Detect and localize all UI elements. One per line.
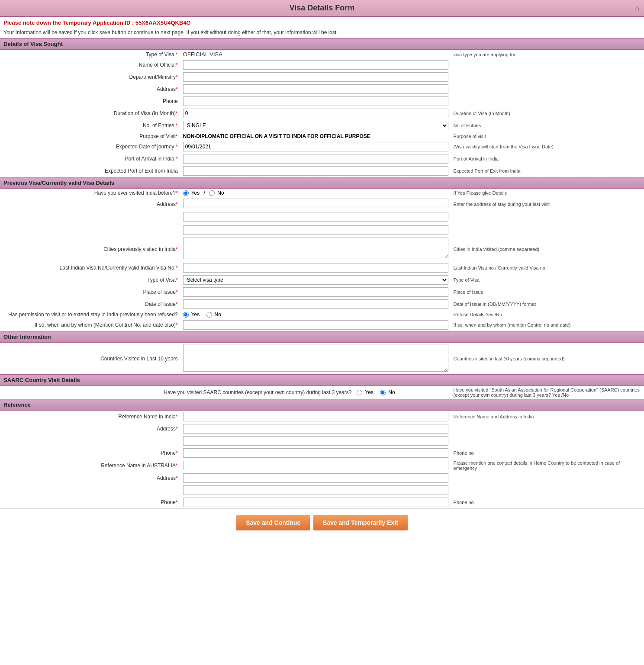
table-row: No. of Entries * SINGLE MULTIPLE TRIPLE … (0, 119, 644, 132)
ref-address-australia-label: Address* (0, 472, 180, 484)
ref-name-india-input[interactable] (183, 412, 448, 421)
date-of-issue-label: Date of Issue* (0, 298, 180, 310)
table-row: Have you ever visited India before?* Yes… (0, 189, 644, 197)
prev-address-label: Address* (0, 197, 180, 211)
ref-name-australia-input[interactable] (183, 461, 448, 470)
ref-name-australia-help: Please mention one contact details in Ho… (451, 459, 644, 472)
section-visa-details: Details of Visa Sought (0, 38, 644, 50)
date-of-issue-help: Date of Issue in (DD/MM/YYYY) format (451, 298, 644, 310)
cities-visited-help: Cities in India visited (comma separated… (451, 236, 644, 262)
table-row: Phone* Phone no (0, 447, 644, 459)
prev-type-visa-select[interactable]: Select visa type Tourist Business Offici… (183, 275, 448, 285)
ref-phone-india-help: Phone no (451, 447, 644, 459)
prev-address-input-1[interactable] (183, 199, 448, 208)
table-row: Address* (0, 472, 644, 484)
ref-name-india-help: Reference Name and Address in India (451, 411, 644, 423)
table-row: Expected Port of Exit from India Expecte… (0, 165, 644, 177)
prev-address-help: Enter the address of stay during your la… (451, 197, 644, 211)
countries-visited-label: Countries Visited in Last 10 years (0, 343, 180, 374)
permission-refused-label: Has permission to visit or to extend sta… (0, 310, 180, 319)
table-row: Countries Visited in Last 10 years Count… (0, 343, 644, 374)
table-row: Purpose of Visit* NON-DIPLOMATIC OFFICIA… (0, 132, 644, 141)
saarc-visited-label: Have you visited SAARC countries (except… (0, 386, 354, 399)
purpose-label: Purpose of Visit* (0, 132, 180, 141)
saarc-yes-radio[interactable] (357, 390, 362, 395)
section-reference: Reference (0, 399, 644, 411)
prev-address-input-3[interactable] (183, 225, 448, 235)
table-row: Type of Visa * OFFICIAL VISA visa type y… (0, 50, 644, 59)
duration-help: Duration of Visa (In Month) (451, 107, 644, 119)
visited-india-radio-group: Yes / No (183, 190, 448, 196)
cities-visited-textarea[interactable] (183, 238, 448, 259)
place-of-issue-input[interactable] (183, 287, 448, 297)
port-arrival-input[interactable] (183, 154, 448, 164)
ref-address-india-label: Address* (0, 423, 180, 435)
page-title-bar: Visa Details Form ⌂ (0, 0, 644, 17)
dept-ministry-label: Department/Ministry* (0, 71, 180, 83)
port-exit-help: Expected Port of Exit from India (451, 165, 644, 177)
saarc-help: Have you visited "South Asian Associatio… (451, 386, 644, 399)
permission-refused-radio-group: Yes No (183, 312, 448, 318)
visited-india-yes-radio[interactable] (183, 190, 189, 196)
address-input[interactable] (183, 84, 448, 94)
visited-india-help: If Yes Please give Details (451, 189, 644, 197)
table-row (0, 224, 644, 236)
button-bar: Save and Continue Save and Temporarily E… (0, 508, 644, 536)
ref-address-india-input-1[interactable] (183, 424, 448, 434)
info-text: Your Information will be saved if you cl… (0, 29, 644, 38)
date-of-issue-input[interactable] (183, 299, 448, 309)
ref-address-australia-input-1[interactable] (183, 473, 448, 483)
section-previous-visa: Previous Visa/Currently valid Visa Detai… (0, 177, 644, 189)
expected-date-input[interactable] (183, 142, 448, 151)
type-of-visa-label: Type of Visa * (0, 50, 180, 59)
name-of-official-input[interactable] (183, 60, 448, 70)
saarc-radio-group: Yes No (357, 389, 448, 395)
permission-refused-yes-radio[interactable] (183, 312, 189, 318)
saarc-no-radio[interactable] (380, 390, 386, 395)
ref-name-australia-label: Reference Name in AUSTRALIA* (0, 459, 180, 472)
if-refused-help: If so, when and by whom (mention Control… (451, 319, 644, 331)
save-continue-button[interactable]: Save and Continue (236, 515, 310, 530)
table-row: Address* Enter the address of stay durin… (0, 197, 644, 211)
visited-india-no-radio[interactable] (209, 190, 215, 196)
last-visa-no-help: Last Indian Visa no / Currently valid Vi… (451, 262, 644, 274)
expected-date-help: (Visa validity will start from the Visa … (451, 141, 644, 153)
page-title: Visa Details Form (290, 3, 355, 12)
table-row: Cities previously visited in India* Citi… (0, 236, 644, 262)
permission-refused-no-radio[interactable] (206, 312, 212, 318)
table-row: Address* (0, 83, 644, 95)
countries-visited-textarea[interactable] (183, 344, 448, 372)
phone-input[interactable] (183, 96, 448, 106)
table-row: Type of Visa* Select visa type Tourist B… (0, 274, 644, 286)
home-icon[interactable]: ⌂ (634, 3, 640, 13)
section-other-info: Other Information (0, 331, 644, 343)
ref-phone-australia-input[interactable] (183, 498, 448, 507)
table-row: Place of Issue* Place of Issue (0, 286, 644, 298)
cities-visited-label: Cities previously visited in India* (0, 236, 180, 262)
address-label: Address* (0, 83, 180, 95)
app-id-label: Please note down the Temporary Applicati… (3, 19, 134, 26)
port-exit-input[interactable] (183, 166, 448, 176)
name-of-official-label: Name of Official* (0, 59, 180, 71)
dept-ministry-input[interactable] (183, 72, 448, 82)
if-refused-input[interactable] (183, 320, 448, 330)
save-exit-button[interactable]: Save and Temporarily Exit (313, 515, 408, 530)
expected-date-label: Expected Date of journey * (0, 141, 180, 153)
last-visa-no-input[interactable] (183, 263, 448, 273)
place-of-issue-label: Place of Issue* (0, 286, 180, 298)
ref-address-india-input-2[interactable] (183, 436, 448, 446)
table-row: Port of Arrival in India * Port of Arriv… (0, 153, 644, 165)
ref-phone-india-input[interactable] (183, 448, 448, 458)
duration-input[interactable] (183, 109, 448, 118)
ref-address-australia-input-2[interactable] (183, 485, 448, 495)
no-of-entries-help: No of Entries (451, 119, 644, 132)
no-of-entries-select[interactable]: SINGLE MULTIPLE TRIPLE (183, 121, 448, 130)
app-id-bar: Please note down the Temporary Applicati… (0, 17, 644, 29)
no-of-entries-label: No. of Entries * (0, 119, 180, 132)
table-row: Department/Ministry* (0, 71, 644, 83)
type-of-visa-value: OFFICIAL VISA (180, 50, 451, 59)
table-row: Duration of Visa (In Month)* Duration of… (0, 107, 644, 119)
prev-address-input-2[interactable] (183, 212, 448, 222)
app-id-value: 55X6AAX5U4QKB4G (135, 19, 191, 26)
table-row: If so, when and by whom (Mention Control… (0, 319, 644, 331)
